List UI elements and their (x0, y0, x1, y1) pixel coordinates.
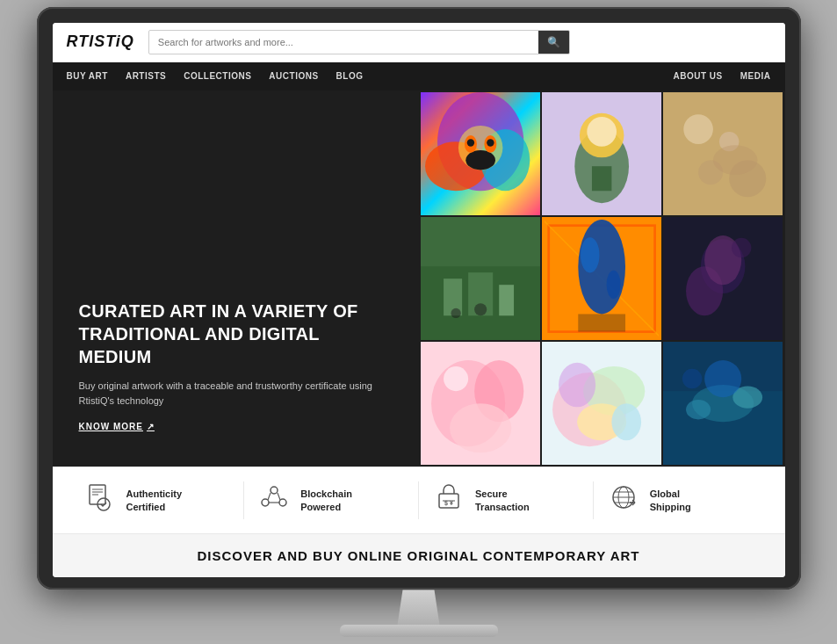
art-cell-5[interactable] (542, 217, 661, 340)
svg-line-64 (268, 493, 271, 500)
hero-content: CURATED ART IN A VARIETY OF TRADITIONAL … (53, 90, 419, 467)
hero-subtitle: Buy original artwork with a traceable an… (79, 379, 393, 408)
art-cell-8[interactable] (542, 342, 661, 465)
hero-title: CURATED ART IN A VARIETY OF TRADITIONAL … (79, 300, 393, 368)
art-cell-7[interactable] (421, 342, 540, 465)
search-button[interactable]: 🔍 (538, 31, 569, 54)
blockchain-label: BlockchainPowered (300, 488, 352, 515)
shipping-icon (608, 481, 639, 519)
svg-point-15 (683, 114, 713, 144)
svg-point-31 (581, 237, 599, 272)
blockchain-text: BlockchainPowered (300, 488, 352, 515)
authenticity-label: AuthenticityCertified (126, 488, 183, 515)
features-bar: AuthenticityCertified (53, 467, 785, 534)
svg-point-48 (611, 403, 641, 440)
svg-point-42 (444, 366, 468, 391)
screen: RTISTiQ 🔍 BUY ART ARTISTS COLLECTIONS AU… (53, 23, 785, 578)
feature-secure: $ ¥ SecureTransaction (419, 481, 594, 519)
nav-buy-art[interactable]: BUY ART (67, 71, 108, 81)
secure-text: SecureTransaction (475, 488, 530, 515)
monitor-stand-base (340, 625, 498, 637)
feature-blockchain: BlockchainPowered (244, 481, 419, 519)
art-cell-3[interactable] (663, 92, 783, 215)
svg-rect-24 (499, 285, 514, 315)
svg-point-62 (262, 499, 269, 506)
art-cell-1[interactable] (421, 92, 540, 215)
authenticity-text: AuthenticityCertified (126, 488, 183, 515)
shipping-text: GlobalShipping (650, 488, 691, 515)
svg-point-54 (704, 360, 741, 397)
blockchain-icon (258, 481, 290, 519)
nav-auctions[interactable]: AUCTIONS (269, 71, 318, 81)
shipping-label: GlobalShipping (650, 488, 691, 515)
nav-artists[interactable]: ARTISTS (126, 71, 166, 81)
svg-point-41 (450, 403, 511, 452)
svg-text:¥: ¥ (450, 500, 453, 506)
svg-point-8 (487, 139, 494, 146)
nav-about[interactable]: ABOUT US (674, 71, 723, 81)
monitor-stand-neck (393, 590, 445, 625)
discover-bar: DISCOVER AND BUY ONLINE ORIGINAL CONTEMP… (53, 534, 785, 577)
secure-icon: $ ¥ (433, 481, 465, 519)
svg-point-19 (713, 145, 758, 175)
svg-point-25 (474, 303, 487, 315)
know-more-link[interactable]: KNOW MORE ↗ (79, 422, 393, 431)
art-cell-9[interactable] (663, 342, 783, 465)
nav-right: ABOUT US MEDIA (674, 71, 771, 81)
top-bar: RTISTiQ 🔍 (53, 23, 785, 62)
svg-point-55 (682, 369, 702, 388)
search-bar[interactable]: 🔍 (148, 30, 570, 54)
svg-point-12 (587, 117, 617, 147)
svg-point-4 (465, 149, 495, 169)
logo: RTISTiQ (67, 33, 134, 51)
art-cell-6[interactable] (663, 217, 783, 340)
svg-point-63 (279, 499, 286, 506)
feature-authenticity: AuthenticityCertified (70, 481, 245, 519)
svg-point-52 (686, 400, 711, 419)
nav-media[interactable]: MEDIA (740, 71, 771, 81)
art-grid (419, 90, 785, 467)
monitor-wrapper: RTISTiQ 🔍 BUY ART ARTISTS COLLECTIONS AU… (37, 7, 801, 638)
authenticity-icon (84, 481, 116, 519)
svg-point-26 (451, 308, 460, 318)
search-input[interactable] (149, 32, 538, 53)
hero-section: CURATED ART IN A VARIETY OF TRADITIONAL … (53, 90, 785, 467)
svg-point-7 (466, 139, 473, 146)
nav-collections[interactable]: COLLECTIONS (184, 71, 251, 81)
secure-label: SecureTransaction (475, 488, 530, 515)
svg-line-65 (278, 493, 280, 500)
svg-rect-13 (592, 166, 611, 191)
svg-point-37 (732, 238, 751, 257)
svg-rect-33 (578, 314, 625, 331)
monitor-frame: RTISTiQ 🔍 BUY ART ARTISTS COLLECTIONS AU… (37, 7, 801, 590)
nav-links: BUY ART ARTISTS COLLECTIONS AUCTIONS BLO… (53, 62, 785, 90)
nav-blog[interactable]: BLOG (336, 71, 364, 81)
art-cell-2[interactable] (542, 92, 661, 215)
feature-shipping: GlobalShipping (594, 481, 768, 519)
nav-left: BUY ART ARTISTS COLLECTIONS AUCTIONS BLO… (67, 71, 364, 81)
art-cell-4[interactable] (421, 217, 540, 340)
svg-text:$: $ (444, 500, 448, 507)
svg-point-61 (271, 487, 278, 494)
discover-title: DISCOVER AND BUY ONLINE ORIGINAL CONTEMP… (70, 548, 768, 563)
svg-point-32 (606, 271, 620, 299)
svg-point-47 (559, 363, 595, 408)
